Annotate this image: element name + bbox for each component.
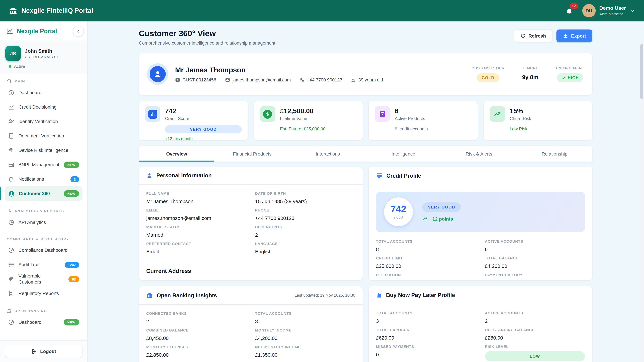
tab-financial-products[interactable]: Financial Products [214, 146, 290, 162]
user-avatar: DU [582, 4, 596, 17]
sidebar-item-open-banking-dashboard[interactable]: Dashboard NEW [5, 315, 82, 330]
sidebar-brand: Nexgile Portal [0, 21, 87, 41]
bell-icon [8, 176, 14, 182]
status-dot [9, 65, 12, 68]
tab-risk-alerts[interactable]: Risk & Alerts [441, 146, 517, 162]
sidebar-item-credit-decisioning[interactable]: Credit Decisioning [5, 100, 82, 114]
field-total-accounts: TOTAL ACCOUNTS3 [376, 311, 476, 324]
export-button[interactable]: Export [556, 29, 592, 42]
bar-chart-icon [145, 106, 160, 122]
bnpl-profile-panel: Buy Now Pay Later Profile TOTAL ACCOUNTS… [368, 286, 592, 362]
sidebar-item-vulnerable-customers[interactable]: Vulnerable Customers 63 [5, 272, 82, 286]
panel-title: Credit Profile [386, 172, 421, 179]
tab-interactions[interactable]: Interactions [290, 146, 366, 162]
page-title: Customer 360° View [139, 29, 275, 38]
trending-up-icon [422, 216, 427, 221]
page-scrollbar[interactable] [640, 43, 644, 362]
notifications-bell-button[interactable]: 17 [564, 6, 574, 16]
customer-id: CUST-00123456 [175, 77, 216, 82]
sidebar-footer: Logout [0, 340, 87, 362]
line-chart-logo-icon [6, 27, 14, 35]
topbar-title: Nexgile-FintelliQ Portal [22, 7, 93, 14]
bank-logo-icon [9, 6, 18, 15]
sidebar-collapse-button[interactable] [73, 26, 84, 37]
tab-relationship[interactable]: Relationship [517, 146, 592, 162]
credit-score-box: 742 / 850 VERY GOOD +12 points [376, 192, 585, 232]
sidebar-item-identity-verification[interactable]: Identity Verification [5, 114, 82, 129]
line-chart-icon [8, 104, 14, 110]
sidebar-item-notifications[interactable]: Notifications 3 [5, 172, 82, 186]
sidebar-item-device-risk-intelligence[interactable]: Device Risk Intelligence [5, 143, 82, 158]
fingerprint-icon [8, 147, 14, 153]
sidebar-item-dashboard[interactable]: Dashboard [5, 85, 82, 100]
stat-lifetime-value: $ £12,500.00 Lifetime Value Est. Future:… [254, 101, 362, 140]
active-tab-underline [139, 161, 214, 162]
checklist-icon [8, 261, 14, 268]
tab-intelligence[interactable]: Intelligence [366, 146, 441, 162]
app-window: Nexgile-FintelliQ Portal 17 DU Demo User… [0, 0, 644, 362]
customer-tier: CUSTOMER TIER GOLD [472, 66, 504, 82]
customer-tenure: TENURE 9y 8m [522, 66, 538, 82]
stat-note: Est. Future: £35,000.00 [280, 126, 356, 131]
logout-icon [31, 349, 37, 354]
score-change: +12 points [422, 216, 461, 221]
notification-count-badge: 17 [569, 3, 578, 9]
credit-card-check-icon [376, 172, 383, 179]
pie-chart-icon [8, 219, 14, 226]
trending-up-icon [490, 106, 505, 122]
sidebar-item-regulatory-reports[interactable]: Regulatory Reports [5, 286, 82, 301]
count-badge: 1247 [64, 262, 79, 268]
stat-credit-score: 742 Credit Score VERY GOOD +12 this mont… [139, 101, 248, 140]
section-label: ANALYTICS & REPORTS [14, 209, 64, 213]
customer-summary-card: Mr James Thompson CUST-00123456 james.th… [139, 53, 592, 95]
heart-icon [8, 276, 14, 282]
sidebar-item-customer-360[interactable]: Customer 360 NEW [5, 186, 82, 201]
trending-up-icon [561, 76, 566, 80]
field-marital-status: MARITAL STATUSMarried [146, 225, 246, 238]
sidebar-item-audit-trail[interactable]: Audit Trail 1247 [5, 257, 82, 272]
credit-card-icon [375, 106, 390, 122]
field-total-accounts: TOTAL ACCOUNTS3 [255, 311, 355, 324]
logout-button[interactable]: Logout [5, 345, 82, 358]
refresh-button[interactable]: Refresh [514, 29, 552, 42]
divider [146, 262, 355, 262]
user-circle-icon [8, 190, 15, 197]
customer-avatar [147, 63, 168, 85]
field-active-accounts: ACTIVE ACCOUNTS6 [485, 239, 585, 252]
customer-age: 39 years old [351, 77, 383, 82]
section-label: OPEN BANKING [14, 309, 47, 313]
sidebar-item-compliance-dashboard[interactable]: Compliance Dashboard [5, 243, 82, 257]
profile-status: Active [14, 64, 25, 69]
profile-name: John Smith [25, 48, 59, 54]
id-badge-icon [175, 77, 180, 82]
score-band-badge: VERY GOOD [165, 125, 242, 133]
tab-bar: Overview Financial Products Interactions… [139, 146, 592, 162]
field-risk-level: RISK LEVEL LOW [485, 345, 585, 361]
stat-note: Low Risk [510, 126, 586, 131]
user-menu[interactable]: DU Demo User Administrator [582, 4, 635, 17]
tab-overview[interactable]: Overview [139, 146, 214, 162]
field-total-balance: TOTAL BALANCE£4,200.00 [485, 256, 585, 269]
sidebar-item-bnpl-management[interactable]: BNPL Management NEW [5, 158, 82, 172]
stat-active-products: 6 Active Products 6 credit accounts [368, 101, 478, 140]
field-email: EMAILjames.thompson@email.com [146, 208, 246, 221]
field-credit-limit: CREDIT LIMIT£25,000.00 [376, 256, 476, 269]
gauge-icon [8, 89, 14, 96]
field-utilization: UTILIZATION [376, 273, 476, 280]
stat-churn-risk: 15% Churn Risk Low Risk [484, 101, 592, 140]
field-outstanding-balance: OUTSTANDING BALANCE£280.00 [485, 328, 585, 341]
scrollbar-thumb[interactable] [640, 44, 643, 99]
user-icon [146, 172, 152, 179]
credit-profile-panel: Credit Profile 742 / 850 VERY GOOD [368, 167, 592, 280]
dollar-icon: $ [260, 106, 275, 122]
refresh-icon [520, 33, 526, 38]
topbar: Nexgile-FintelliQ Portal 17 DU Demo User… [0, 0, 644, 21]
sidebar-item-api-analytics[interactable]: API Analytics [5, 215, 82, 230]
home-icon [7, 78, 12, 83]
credit-score-value: 742 [390, 204, 406, 214]
phone-icon [300, 77, 304, 82]
sidebar-section-analytics: ANALYTICS & REPORTS API Analytics [5, 207, 82, 230]
sidebar-item-document-verification[interactable]: Document Verification [5, 129, 82, 143]
field-total-exposure: TOTAL EXPOSURE£620.00 [376, 328, 476, 341]
panel-title: Personal Information [156, 172, 212, 179]
